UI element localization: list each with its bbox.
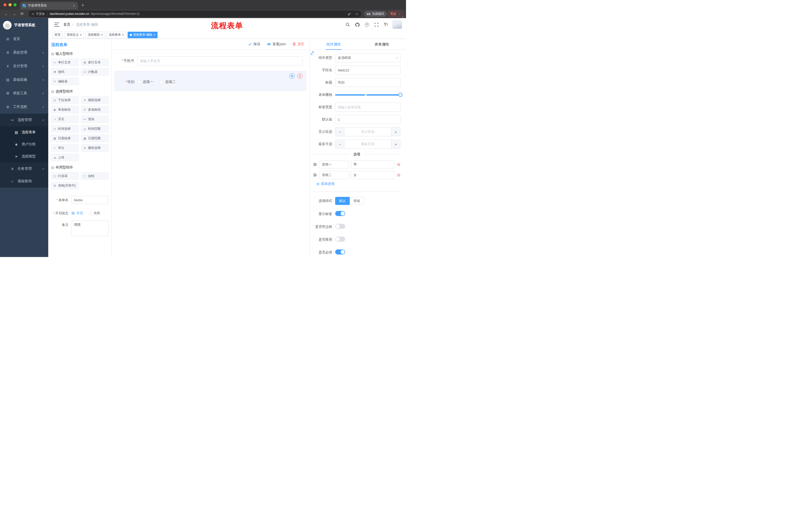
menu-kebab-icon[interactable]: ⋮	[398, 12, 401, 16]
link-icon[interactable]	[310, 51, 315, 56]
style-default-button[interactable]: 默认	[335, 197, 350, 205]
update-button[interactable]: 更新 ⋮	[388, 11, 404, 17]
clear-button[interactable]: 清空	[292, 42, 304, 47]
option-value-input[interactable]	[351, 171, 395, 179]
palette-item-radio-group[interactable]: ◉单选框组	[51, 106, 79, 113]
url-field[interactable]: ⚠ 不安全 | dashboard.yudao.iocoder.cn/bpm/m…	[29, 10, 361, 17]
user-avatar[interactable]	[393, 20, 402, 29]
palette-item-editor[interactable]: ✎编辑器	[51, 78, 79, 85]
palette-item-table[interactable]: ⊞表格[开发中]	[51, 182, 79, 189]
remove-option-icon[interactable]: ⊖	[397, 162, 401, 167]
option-value-input[interactable]	[351, 160, 395, 168]
palette-item-cascader[interactable]: ⋔级联选择	[81, 96, 109, 104]
style-button-button[interactable]: 按钮	[350, 197, 364, 205]
reload-icon[interactable]: ⟳	[19, 10, 26, 17]
password-key-icon[interactable]	[346, 11, 352, 17]
save-button[interactable]: 保存	[248, 42, 260, 47]
browser-tab[interactable]: 芋道管理系统 ×	[20, 2, 78, 9]
palette-item-time-picker[interactable]: ◷时间选择	[51, 125, 79, 133]
palette-item-counter[interactable]: 123计数器	[81, 68, 109, 76]
close-icon[interactable]: ×	[101, 33, 103, 37]
palette-item-row-container[interactable]: ◫行容器	[51, 172, 79, 180]
required-toggle[interactable]	[335, 249, 345, 254]
canvas-field-phone[interactable]: *手机号	[115, 54, 306, 68]
sidebar-item-process-management[interactable]: ≔ 流程管理 ∧	[0, 114, 48, 126]
show-label-toggle[interactable]	[335, 211, 345, 216]
slider-handle[interactable]	[399, 93, 403, 97]
sidebar-item-infrastructure[interactable]: ▥ 基础设施 ∨	[0, 73, 48, 86]
component-type-select[interactable]: 多选框组 ▾	[335, 53, 401, 62]
sidebar-item-payment[interactable]: ¥ 支付管理 ∨	[0, 59, 48, 73]
close-icon[interactable]: ×	[80, 33, 82, 37]
gender-option-2-checkbox[interactable]: 选项二	[160, 80, 176, 84]
hamburger-icon[interactable]	[54, 23, 59, 27]
canvas-field-gender-selected[interactable]: *性别 选项一 选项二	[115, 71, 306, 91]
palette-item-switch[interactable]: ◑开关	[51, 115, 79, 123]
tag-home[interactable]: 首页	[52, 32, 63, 38]
search-icon[interactable]	[345, 22, 351, 28]
form-name-input[interactable]	[71, 196, 109, 204]
window-zoom-button[interactable]	[13, 3, 17, 6]
title-input[interactable]	[335, 78, 401, 87]
increment-button[interactable]: +	[391, 128, 400, 136]
close-icon[interactable]: ×	[153, 33, 155, 37]
palette-item-slider[interactable]: ⊷滑块	[81, 115, 109, 123]
view-json-button[interactable]: 查看json	[267, 42, 286, 47]
tag-process-model[interactable]: 流程模型 ×	[85, 32, 105, 38]
font-size-icon[interactable]: TT	[383, 22, 389, 28]
palette-item-color-picker[interactable]: ⊛颜色选择	[81, 144, 109, 152]
bookmark-star-icon[interactable]: ☆	[354, 11, 360, 17]
new-tab-button[interactable]: +	[81, 2, 84, 8]
drag-handle-icon[interactable]	[313, 173, 317, 177]
breadcrumb-home[interactable]: 首页	[63, 22, 70, 27]
fullscreen-icon[interactable]	[373, 22, 379, 28]
phone-input[interactable]	[137, 56, 303, 65]
palette-item-textarea[interactable]: ▤多行文本	[81, 59, 109, 66]
option-name-input[interactable]	[319, 160, 349, 168]
sidebar-item-home[interactable]: ⊞ 首页	[0, 32, 48, 46]
palette-item-date-picker[interactable]: ▦日期选择	[51, 135, 79, 142]
sidebar-item-leave-query[interactable]: ☺ 请假查询	[0, 175, 48, 188]
drag-handle-icon[interactable]	[313, 163, 317, 166]
label-width-input[interactable]	[335, 103, 401, 112]
grid-slider[interactable]	[335, 90, 401, 99]
tag-process-form-edit[interactable]: 流程表单-编辑 ×	[127, 32, 157, 38]
decrement-button[interactable]: −	[336, 128, 344, 136]
status-off-radio[interactable]: 关闭	[88, 211, 100, 216]
palette-item-upload[interactable]: ☁上传	[51, 154, 79, 161]
sidebar-item-workflow[interactable]: ≣ 工作流程 ∧	[0, 100, 48, 114]
forward-icon[interactable]: →	[10, 10, 18, 17]
max-select-value[interactable]: 最多可选	[344, 140, 391, 148]
tag-process-form[interactable]: 流程表单 ×	[107, 32, 126, 38]
palette-item-select[interactable]: ◎下拉选择	[51, 96, 79, 104]
gender-option-1-checkbox[interactable]: 选项一	[138, 80, 153, 84]
tab-form-props[interactable]: 表单属性	[358, 39, 406, 50]
field-name-input[interactable]	[335, 65, 401, 75]
min-select-value[interactable]: 至少应选	[344, 128, 391, 136]
disabled-toggle[interactable]	[335, 237, 345, 242]
add-option-button[interactable]: ⊕ 添加选项	[317, 182, 401, 186]
form-remark-textarea[interactable]: 嘿嘿	[71, 220, 109, 236]
tab-component-props[interactable]: 组件属性	[310, 39, 358, 50]
palette-item-password[interactable]: ✱密码	[51, 68, 79, 76]
sidebar-item-user-group[interactable]: ☻ 用户分组	[0, 138, 48, 151]
palette-item-single-text[interactable]: ▭单行文本	[51, 59, 79, 66]
status-on-radio[interactable]: 开启	[71, 211, 83, 216]
close-icon[interactable]: ×	[122, 33, 124, 37]
sidebar-item-task-management[interactable]: ⋔ 任务管理 ∨	[0, 162, 48, 175]
palette-item-checkbox-group[interactable]: ☑多选框组	[81, 106, 109, 113]
window-close-button[interactable]	[3, 3, 6, 6]
default-value-input[interactable]	[335, 115, 401, 124]
sidebar-item-devtools[interactable]: ⌘ 研发工具 ∨	[0, 86, 48, 100]
decrement-button[interactable]: −	[336, 140, 344, 148]
border-toggle[interactable]	[335, 224, 345, 229]
palette-item-rate[interactable]: ☆评分	[51, 144, 79, 152]
sidebar-item-process-form[interactable]: ▤ 流程表单	[0, 126, 48, 138]
remove-option-icon[interactable]: ⊖	[397, 173, 401, 177]
palette-item-date-range[interactable]: ▩日期范围	[81, 135, 109, 142]
sidebar-item-system[interactable]: ⚙ 系统管理 ∨	[0, 46, 48, 59]
palette-item-time-range[interactable]: ◶时间范围	[81, 125, 109, 133]
tag-process-definition[interactable]: 流程定义 ×	[64, 32, 84, 38]
copy-component-button[interactable]	[289, 73, 295, 79]
sidebar-item-process-model[interactable]: ➤ 流程模型	[0, 151, 48, 162]
